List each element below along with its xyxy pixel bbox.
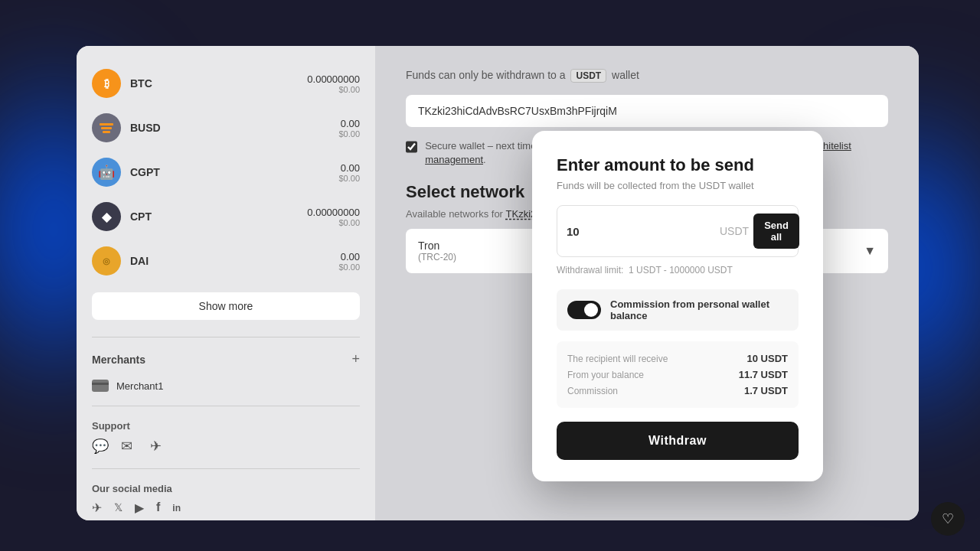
support-icons	[92, 438, 360, 455]
amount-currency: USDT	[720, 225, 749, 237]
telegram-social-icon[interactable]	[92, 500, 102, 515]
btc-icon: ₿	[92, 69, 121, 98]
dai-balance: 0.00	[338, 251, 360, 262]
busd-stripe-2	[101, 127, 112, 129]
recipient-value: 10 USDT	[747, 353, 788, 364]
divider-1	[92, 337, 360, 337]
dai-text-icon: ◎	[103, 256, 110, 266]
merchants-header: Merchants +	[77, 345, 375, 373]
heart-icon: ♡	[942, 510, 954, 527]
commission-value: 1.7 USDT	[744, 385, 788, 396]
balance-row: From your balance 11.7 USDT	[567, 367, 788, 383]
coin-amounts-cpt: 0.00000000 $0.00	[307, 207, 360, 227]
add-merchant-icon[interactable]: +	[351, 351, 360, 367]
withdraw-button[interactable]: Withdraw	[557, 422, 799, 460]
dai-icon: ◎	[92, 246, 121, 276]
balance-value: 11.7 USDT	[739, 369, 788, 380]
social-icons	[92, 500, 360, 515]
divider-2	[92, 406, 360, 406]
busd-icon	[92, 113, 121, 142]
coin-amounts-cgpt: 0.00 $0.00	[338, 162, 360, 183]
list-item[interactable]: 🤖 CGPT 0.00 $0.00	[77, 150, 375, 194]
recipient-label: The recipient will receive	[567, 354, 668, 364]
list-item[interactable]: ◆ CPT 0.00000000 $0.00	[77, 194, 375, 239]
support-title: Support	[92, 420, 360, 432]
commission-toggle-label: Commission from personal wallet balance	[610, 298, 788, 321]
modal-overlay: Enter amount to be send Funds will be co…	[375, 46, 919, 520]
commission-toggle[interactable]	[567, 301, 601, 319]
coin-amounts-dai: 0.00 $0.00	[338, 251, 360, 272]
youtube-icon[interactable]	[135, 500, 144, 515]
balance-label: From your balance	[567, 370, 644, 380]
sidebar: ₿ BTC 0.00000000 $0.00 BUSD 0.00 $0.00	[77, 46, 375, 520]
cgpt-usd: $0.00	[338, 174, 360, 183]
main-card: ₿ BTC 0.00000000 $0.00 BUSD 0.00 $0.00	[77, 46, 919, 520]
coin-name-cgpt: CGPT	[130, 166, 329, 178]
linkedin-icon[interactable]	[172, 500, 181, 515]
busd-stripe-1	[100, 123, 113, 126]
busd-balance: 0.00	[338, 118, 360, 129]
mail-icon[interactable]	[121, 438, 138, 455]
cpt-icon: ◆	[92, 202, 121, 231]
btc-balance: 0.00000000	[307, 73, 360, 85]
show-more-button[interactable]: Show more	[92, 292, 360, 320]
commission-label: Commission	[567, 386, 618, 396]
twitter-icon[interactable]	[114, 500, 122, 515]
list-item[interactable]: Merchant1	[77, 373, 375, 398]
withdrawal-limit-label: Withdrawal limit:	[557, 265, 623, 276]
busd-usd: $0.00	[338, 129, 360, 139]
coin-name-cpt: CPT	[130, 210, 298, 223]
amount-input[interactable]	[567, 225, 715, 238]
amount-modal: Enter amount to be send Funds will be co…	[532, 131, 823, 481]
content-area: Funds can only be withdrawn to a USDT wa…	[375, 46, 919, 520]
coin-amounts-btc: 0.00000000 $0.00	[307, 73, 360, 94]
summary-table: The recipient will receive 10 USDT From …	[557, 341, 799, 408]
list-item[interactable]: ◎ DAI 0.00 $0.00	[77, 239, 375, 283]
coin-name-dai: DAI	[130, 255, 329, 267]
btc-usd: $0.00	[307, 85, 360, 94]
busd-stripe-3	[103, 131, 110, 133]
divider-3	[92, 468, 360, 469]
coin-name-busd: BUSD	[130, 122, 329, 134]
withdrawal-limit-text: Withdrawal limit: 1 USDT - 1000000 USDT	[557, 265, 799, 276]
modal-title: Enter amount to be send	[557, 155, 799, 175]
heart-button[interactable]: ♡	[931, 502, 965, 536]
withdrawal-limit-range: 1 USDT - 1000000 USDT	[629, 265, 733, 276]
merchants-title: Merchants	[92, 354, 145, 366]
commission-toggle-row: Commission from personal wallet balance	[557, 289, 799, 331]
recipient-row: The recipient will receive 10 USDT	[567, 350, 788, 367]
modal-subtitle: Funds will be collected from the USDT wa…	[557, 180, 799, 191]
telegram-support-icon[interactable]	[150, 438, 167, 455]
social-section: Our social media	[77, 477, 375, 520]
send-all-button[interactable]: Send all	[753, 214, 799, 249]
merchant-name: Merchant1	[116, 380, 163, 392]
list-item[interactable]: BUSD 0.00 $0.00	[77, 106, 375, 150]
cgpt-icon: 🤖	[92, 158, 121, 187]
cpt-balance: 0.00000000	[307, 207, 360, 218]
coin-amounts-busd: 0.00 $0.00	[338, 118, 360, 139]
social-title: Our social media	[92, 483, 360, 494]
list-item[interactable]: ₿ BTC 0.00000000 $0.00	[77, 61, 375, 106]
coin-name-btc: BTC	[130, 77, 298, 90]
busd-stripes	[100, 123, 113, 133]
amount-input-row: USDT Send all	[557, 205, 799, 257]
dai-usd: $0.00	[338, 262, 360, 272]
merchant-card-icon	[92, 380, 109, 392]
support-section: Support	[77, 414, 375, 461]
cgpt-balance: 0.00	[338, 162, 360, 174]
cpt-usd: $0.00	[307, 218, 360, 227]
facebook-icon[interactable]	[156, 500, 160, 515]
commission-row: Commission 1.7 USDT	[567, 383, 788, 399]
toggle-slider	[567, 301, 601, 319]
chat-icon[interactable]	[92, 438, 109, 455]
